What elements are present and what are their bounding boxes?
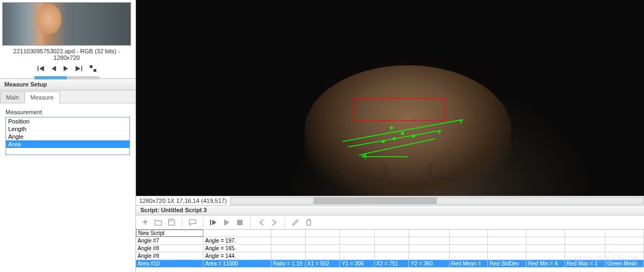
viewer-status-bar: 1280x720 1X 17,16,14 (419,517) [136, 196, 644, 206]
comment-icon[interactable] [188, 218, 197, 227]
svg-line-4 [359, 139, 435, 155]
svg-line-2 [343, 120, 462, 141]
svg-rect-0 [90, 65, 92, 68]
tab-main[interactable]: Main [0, 91, 25, 103]
script-toolbar [136, 215, 644, 230]
table-row[interactable]: Angle #7 Angle = 197. [136, 237, 644, 245]
playback-progress[interactable] [34, 76, 100, 79]
measurement-item-angle[interactable]: Angle [6, 133, 129, 140]
svg-point-10 [382, 140, 385, 143]
grid-header-row: New Script [136, 230, 644, 237]
last-frame-button[interactable] [76, 66, 82, 71]
measure-setup-panel: Measure Setup Main Measure Measurement P… [0, 78, 135, 160]
svg-rect-13 [237, 220, 243, 225]
svg-point-6 [391, 127, 393, 129]
measure-setup-title: Measure Setup [0, 79, 135, 90]
play-icon[interactable] [222, 218, 232, 227]
prev-icon[interactable] [256, 218, 266, 227]
measurement-list[interactable]: Position Length Angle Area [5, 117, 130, 155]
delete-icon[interactable] [304, 218, 313, 227]
svg-point-9 [412, 135, 414, 137]
open-icon[interactable] [153, 218, 163, 227]
viewer-image [136, 0, 644, 196]
svg-rect-1 [94, 69, 96, 72]
thumbnail-caption: 221103095753022.apd - RGB (32 bits) - 12… [2, 46, 131, 63]
measurement-item-area[interactable]: Area [6, 140, 129, 148]
tab-measure[interactable]: Measure [24, 91, 60, 103]
thumbnail-area: 221103095753022.apd - RGB (32 bits) - 12… [0, 0, 133, 78]
separator [250, 218, 251, 227]
first-frame-button[interactable] [38, 66, 44, 71]
measurement-box: Measurement Position Length Angle Area [0, 103, 135, 160]
measurement-item-position[interactable]: Position [6, 118, 129, 125]
measure-tabs: Main Measure [0, 90, 135, 103]
measurement-item-length[interactable]: Length [6, 125, 129, 133]
main-viewer[interactable] [136, 0, 644, 196]
edit-icon[interactable] [290, 218, 300, 227]
save-icon[interactable] [166, 218, 176, 227]
measurement-label: Measurement [5, 109, 130, 115]
prev-frame-button[interactable] [52, 66, 56, 71]
new-script-cell[interactable]: New Script [136, 230, 203, 237]
table-row-selected[interactable]: Area #10 Area = 11000 Ratio = 1.19 X1 = … [136, 260, 644, 268]
svg-point-7 [401, 132, 404, 134]
table-row[interactable]: Angle #8 Angle = 165. [136, 245, 644, 252]
horizontal-scrollbar[interactable] [230, 197, 644, 205]
options-button[interactable] [90, 65, 96, 72]
status-text: 1280x720 1X 17,16,14 (419,517) [136, 197, 230, 204]
angle-annotations [343, 109, 495, 163]
svg-rect-12 [210, 220, 211, 225]
stop-icon[interactable] [235, 218, 245, 227]
next-icon[interactable] [269, 218, 279, 227]
new-icon[interactable] [140, 218, 150, 227]
left-panel: 221103095753022.apd - RGB (32 bits) - 12… [0, 0, 136, 272]
image-content [343, 163, 473, 180]
next-frame-button[interactable] [64, 66, 68, 71]
separator [284, 218, 285, 227]
table-row[interactable]: Angle #9 Angle = 144. [136, 252, 644, 260]
script-grid[interactable]: New Script Angle #7 Angle = 197. Angle #… [136, 230, 644, 272]
svg-point-8 [393, 138, 395, 140]
play-from-start-icon[interactable] [209, 218, 219, 227]
playback-controls [2, 63, 131, 74]
thumbnail-image[interactable] [2, 2, 131, 46]
script-header: Script: Untitled Script 3 [136, 206, 644, 215]
separator [203, 218, 203, 227]
separator [182, 218, 182, 227]
